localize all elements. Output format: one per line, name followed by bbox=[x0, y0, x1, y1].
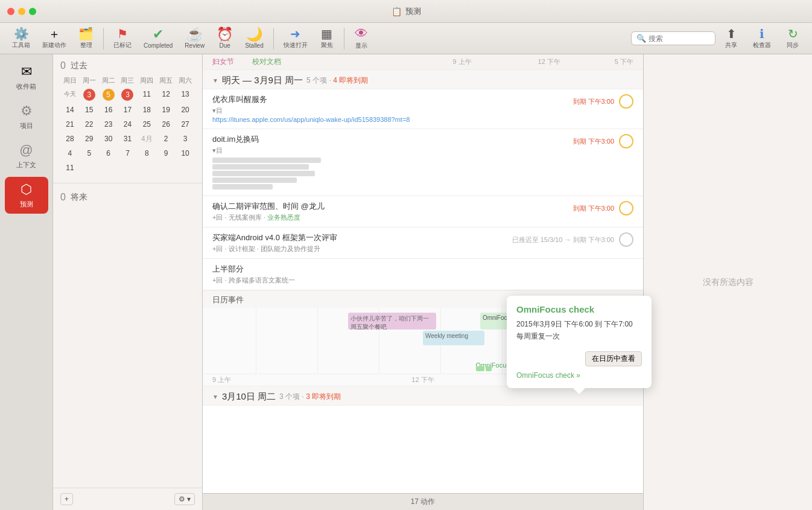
flagged-button[interactable]: ⚑ 已标记 bbox=[107, 25, 138, 52]
task-item[interactable]: 买家端Android v4.0 框架第一次评审 +回 · 设计框架 · 团队能力… bbox=[203, 228, 643, 259]
quick-open-button[interactable]: ➜ 快速打开 bbox=[278, 25, 314, 52]
cal-cell[interactable]: 6 bbox=[99, 147, 118, 160]
blurred-content bbox=[212, 158, 568, 190]
cal-cell[interactable]: 27 bbox=[176, 118, 195, 131]
organize-icon: 🗂️ bbox=[78, 28, 94, 40]
window-controls bbox=[7, 8, 36, 15]
search-box[interactable]: 🔍 bbox=[631, 31, 715, 45]
cal-cell[interactable]: 14 bbox=[60, 103, 80, 116]
cal-cell[interactable]: 28 bbox=[60, 132, 80, 145]
cal-cell[interactable]: 12 bbox=[156, 88, 176, 102]
cal-event-social[interactable]: 小伙伴儿辛苦了，咱们下周一周五聚个餐吧 bbox=[348, 313, 436, 330]
quick-open-icon: ➜ bbox=[290, 28, 300, 40]
minimize-button[interactable] bbox=[18, 8, 25, 15]
projects-label: 项目 bbox=[20, 121, 33, 130]
next-day-title: 3月10日 周二 bbox=[222, 391, 276, 403]
status-bar-text: 17 动作 bbox=[411, 497, 436, 507]
cal-cell[interactable]: 15 bbox=[80, 103, 99, 116]
cal-cell[interactable]: 3 bbox=[118, 88, 138, 102]
cal-cell[interactable]: 10 bbox=[176, 147, 195, 160]
inbox-label: 收件箱 bbox=[16, 82, 36, 91]
focus-label: 聚焦 bbox=[321, 41, 333, 49]
completed-button[interactable]: ✔ Completed bbox=[138, 25, 179, 51]
cal-cell[interactable]: 25 bbox=[137, 118, 156, 131]
cal-cell[interactable]: 5 bbox=[80, 147, 99, 160]
cal-cell[interactable]: 11 bbox=[60, 161, 80, 174]
cal-cell[interactable]: 11 bbox=[137, 88, 156, 102]
close-button[interactable] bbox=[7, 8, 14, 15]
sidebar-item-projects[interactable]: ⚙ 项目 bbox=[5, 98, 48, 135]
cal-cell[interactable]: 17 bbox=[118, 103, 138, 116]
sidebar-item-inbox[interactable]: ✉ 收件箱 bbox=[5, 59, 48, 96]
cal-cell[interactable]: 2 bbox=[156, 132, 176, 145]
cal-cell[interactable]: 26 bbox=[156, 118, 176, 131]
cal-cell[interactable]: 30 bbox=[99, 132, 118, 145]
completed-icon: ✔ bbox=[153, 28, 163, 41]
cal-cell[interactable]: 8 bbox=[137, 147, 156, 160]
cal-cell[interactable]: 3 bbox=[176, 132, 195, 145]
content-area: 妇女节 校对文档 9 上午 12 下午 5 下午 ▼ 明天 — 3月9日 周一 … bbox=[203, 54, 643, 510]
task-circle[interactable] bbox=[619, 201, 633, 215]
share-button[interactable]: ⬆ 共享 bbox=[718, 25, 744, 52]
cal-cell[interactable]: 21 bbox=[60, 118, 80, 131]
window-title: 📋 预测 bbox=[392, 6, 421, 17]
cal-cell[interactable]: 19 bbox=[156, 103, 176, 116]
task-item[interactable]: doit.im兑换码 ▾目 到期 下午3:00 bbox=[203, 129, 643, 196]
due-button[interactable]: ⏰ Due bbox=[211, 25, 239, 51]
title-text: 预测 bbox=[405, 6, 421, 17]
cal-cell[interactable]: 31 bbox=[118, 132, 138, 145]
task-item[interactable]: 上半部分 +回 · 跨多端多语言文案统一 bbox=[203, 259, 643, 290]
cal-cell[interactable]: 7 bbox=[118, 147, 138, 160]
task-link[interactable]: https://itunes.apple.com/us/app/uniqlo-w… bbox=[212, 116, 410, 123]
sync-button[interactable]: ↻ 同步 bbox=[779, 25, 806, 52]
new-action-button[interactable]: ＋ 新建动作 bbox=[36, 25, 72, 52]
cal-cell[interactable]: 24 bbox=[118, 118, 138, 131]
sidebar-item-forecast[interactable]: ⬡ 预测 bbox=[5, 177, 48, 214]
title-icon: 📋 bbox=[392, 7, 402, 16]
cal-cell[interactable]: 22 bbox=[80, 118, 99, 131]
search-input[interactable] bbox=[649, 34, 709, 43]
cal-event-weekly[interactable]: Weekly meeting bbox=[423, 331, 484, 345]
task-circle[interactable] bbox=[619, 134, 633, 148]
cal-cell[interactable]: 23 bbox=[99, 118, 118, 131]
inspector-icon: ℹ bbox=[760, 28, 764, 40]
weekday-sun: 周日 bbox=[60, 76, 80, 85]
tools-button[interactable]: ⚙️ 工具箱 bbox=[6, 25, 36, 52]
popup-link[interactable]: OmniFocus check » bbox=[516, 371, 642, 380]
maximize-button[interactable] bbox=[29, 8, 36, 15]
cal-cell[interactable]: 9 bbox=[156, 147, 176, 160]
cal-cell[interactable]: 20 bbox=[176, 103, 195, 116]
focus-button[interactable]: ▦ 聚焦 bbox=[314, 25, 340, 52]
view-calendar-button[interactable]: 在日历中查看 bbox=[585, 351, 642, 366]
cal-cell[interactable]: 29 bbox=[80, 132, 99, 145]
cal-cell[interactable]: 今天 bbox=[60, 88, 80, 102]
cal-cell[interactable]: 4 bbox=[60, 147, 80, 160]
sync-label: 同步 bbox=[787, 41, 799, 49]
cal-cell[interactable]: 3 bbox=[80, 88, 99, 102]
tools-label: 工具箱 bbox=[12, 41, 30, 49]
display-button[interactable]: 👁 显示 bbox=[348, 25, 375, 53]
inspector-button[interactable]: ℹ 检查器 bbox=[747, 25, 777, 52]
stalled-button[interactable]: 🌙 Stalled bbox=[239, 25, 270, 51]
next-day-due: 3 即将到期 bbox=[306, 392, 341, 401]
cal-cell[interactable]: 18 bbox=[137, 103, 156, 116]
time-col-2: 12 下午 bbox=[538, 57, 560, 66]
cal-cell[interactable]: 4月 bbox=[137, 132, 156, 145]
review-button[interactable]: ☕ Review bbox=[179, 25, 211, 51]
settings-button[interactable]: ⚙ ▾ bbox=[174, 493, 195, 505]
task-circle[interactable] bbox=[619, 232, 633, 247]
task-item[interactable]: 优衣库叫醒服务 ▾目 https://itunes.apple.com/us/a… bbox=[203, 89, 643, 129]
task-content: 上半部分 +回 · 跨多端多语言文案统一 bbox=[212, 264, 629, 285]
sidebar-item-contexts[interactable]: @ 上下文 bbox=[5, 138, 48, 174]
cal-cell[interactable]: 16 bbox=[99, 103, 118, 116]
tomorrow-toggle[interactable]: ▼ bbox=[212, 77, 218, 84]
next-day-toggle[interactable]: ▼ bbox=[212, 394, 218, 400]
task-circle[interactable] bbox=[619, 94, 633, 109]
add-button[interactable]: + bbox=[60, 493, 73, 505]
task-item[interactable]: 确认二期评审范围、时间 @龙儿 +回 · 无线案例库 · 业务熟悉度 到期 下午… bbox=[203, 196, 643, 228]
holiday-bar: 妇女节 校对文档 9 上午 12 下午 5 下午 bbox=[203, 54, 643, 70]
organize-button[interactable]: 🗂️ 整理 bbox=[72, 25, 100, 52]
blurred-line bbox=[212, 158, 321, 163]
cal-cell[interactable]: 5 bbox=[99, 88, 118, 102]
cal-cell[interactable]: 13 bbox=[176, 88, 195, 102]
